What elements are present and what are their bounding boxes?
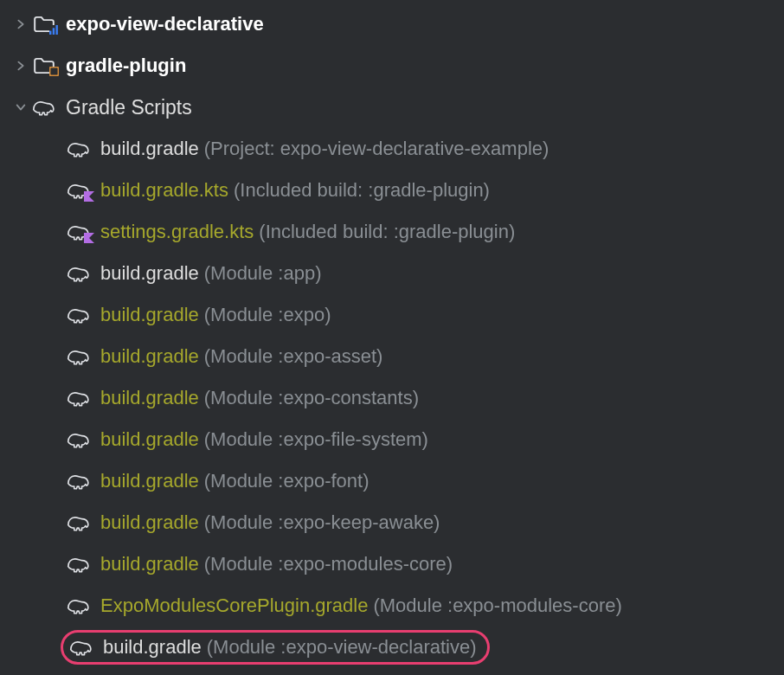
gradle-elephant-icon: [66, 305, 92, 325]
gradle-elephant-icon: [66, 555, 92, 574]
highlighted-item: build.gradle(Module :expo-view-declarati…: [61, 630, 490, 665]
gradle-elephant-icon: [66, 347, 92, 366]
file-name: build.gradle: [100, 262, 199, 285]
tree-item-gradle-file[interactable]: build.gradle(Module :expo-asset): [0, 336, 784, 377]
gradle-elephant-icon: [66, 222, 92, 241]
folder-icon: [31, 55, 57, 77]
tree-item-gradle-file[interactable]: build.gradle.kts(Included build: :gradle…: [0, 170, 784, 211]
file-description: (Module :expo-modules-core): [204, 553, 453, 575]
folder-badge-icon: [49, 67, 59, 76]
project-tree: expo-view-declarative gradle-plugin Grad…: [0, 0, 784, 668]
gradle-elephant-icon: [66, 472, 92, 491]
file-description: (Module :expo-keep-awake): [204, 511, 440, 534]
svg-rect-3: [50, 68, 59, 76]
file-name: build.gradle: [100, 470, 199, 492]
chevron-down-icon[interactable]: [10, 101, 31, 113]
file-name: settings.gradle.kts: [100, 221, 254, 243]
gradle-elephant-icon: [66, 430, 92, 449]
folder-icon: [31, 13, 57, 35]
file-description: (Module :expo-constants): [204, 387, 419, 409]
tree-item-root[interactable]: expo-view-declarative: [0, 3, 784, 45]
tree-item-gradle-scripts[interactable]: Gradle Scripts: [0, 87, 784, 128]
kotlin-badge-icon: [84, 233, 94, 243]
file-description: (Module :expo-font): [204, 470, 370, 492]
tree-item-gradle-file[interactable]: build.gradle(Module :expo-file-system): [0, 419, 784, 460]
file-description: (Module :expo-modules-core): [373, 595, 621, 617]
tree-item-gradle-file[interactable]: build.gradle(Module :expo-modules-core): [0, 543, 784, 585]
file-name: build.gradle: [100, 553, 199, 575]
file-description: (Included build: :gradle-plugin): [259, 221, 515, 243]
tree-item-label: gradle-plugin: [66, 55, 186, 77]
gradle-elephant-icon: [66, 389, 92, 408]
file-description: (Module :expo): [204, 304, 331, 326]
file-name: build.gradle: [100, 511, 199, 534]
file-name: build.gradle.kts: [100, 179, 228, 202]
file-description: (Module :expo-file-system): [204, 428, 428, 451]
gradle-elephant-icon: [66, 513, 92, 532]
gradle-elephant-icon: [68, 638, 94, 657]
file-description: (Module :app): [204, 262, 322, 285]
file-name: ExpoModulesCorePlugin.gradle: [100, 595, 368, 617]
file-description: (Module :expo-asset): [204, 345, 383, 368]
gradle-elephant-icon: [31, 98, 57, 117]
gradle-elephant-icon: [66, 139, 92, 158]
kotlin-badge-icon: [84, 191, 94, 202]
tree-item-root[interactable]: gradle-plugin: [0, 45, 784, 87]
svg-rect-1: [53, 28, 55, 35]
tree-item-gradle-file[interactable]: build.gradle(Module :expo-keep-awake): [0, 502, 784, 543]
svg-rect-0: [49, 31, 51, 35]
tree-item-gradle-file[interactable]: build.gradle(Module :expo-view-declarati…: [0, 627, 784, 668]
folder-badge-icon: [49, 25, 59, 35]
gradle-scripts-children: build.gradle(Project: expo-view-declarat…: [0, 128, 784, 668]
tree-item-gradle-file[interactable]: build.gradle(Project: expo-view-declarat…: [0, 128, 784, 170]
file-description: (Module :expo-view-declarative): [207, 636, 477, 659]
file-name: build.gradle: [100, 345, 199, 368]
tree-item-label: Gradle Scripts: [66, 96, 192, 119]
file-name: build.gradle: [103, 636, 202, 659]
gradle-elephant-icon: [66, 264, 92, 283]
file-description: (Project: expo-view-declarative-example): [204, 138, 549, 160]
gradle-elephant-icon: [66, 181, 92, 200]
tree-item-label: expo-view-declarative: [66, 13, 264, 35]
file-name: build.gradle: [100, 387, 199, 409]
file-name: build.gradle: [100, 428, 199, 451]
tree-item-gradle-file[interactable]: build.gradle(Module :expo-font): [0, 460, 784, 502]
tree-item-gradle-file[interactable]: ExpoModulesCorePlugin.gradle(Module :exp…: [0, 585, 784, 627]
tree-item-gradle-file[interactable]: settings.gradle.kts(Included build: :gra…: [0, 211, 784, 253]
chevron-right-icon[interactable]: [10, 18, 31, 30]
file-name: build.gradle: [100, 138, 199, 160]
svg-rect-2: [55, 25, 57, 35]
tree-item-gradle-file[interactable]: build.gradle(Module :expo-constants): [0, 377, 784, 419]
file-description: (Included build: :gradle-plugin): [234, 179, 490, 202]
tree-item-gradle-file[interactable]: build.gradle(Module :expo): [0, 294, 784, 336]
file-name: build.gradle: [100, 304, 199, 326]
gradle-elephant-icon: [66, 596, 92, 615]
chevron-right-icon[interactable]: [10, 60, 31, 72]
tree-item-gradle-file[interactable]: build.gradle(Module :app): [0, 253, 784, 294]
